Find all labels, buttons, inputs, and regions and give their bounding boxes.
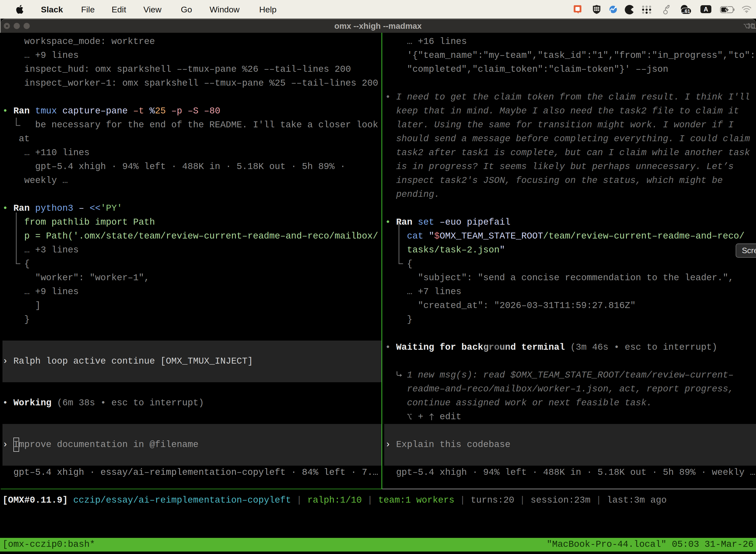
svg-text:..61: ..61: [682, 8, 690, 14]
svg-text:A: A: [704, 6, 708, 13]
